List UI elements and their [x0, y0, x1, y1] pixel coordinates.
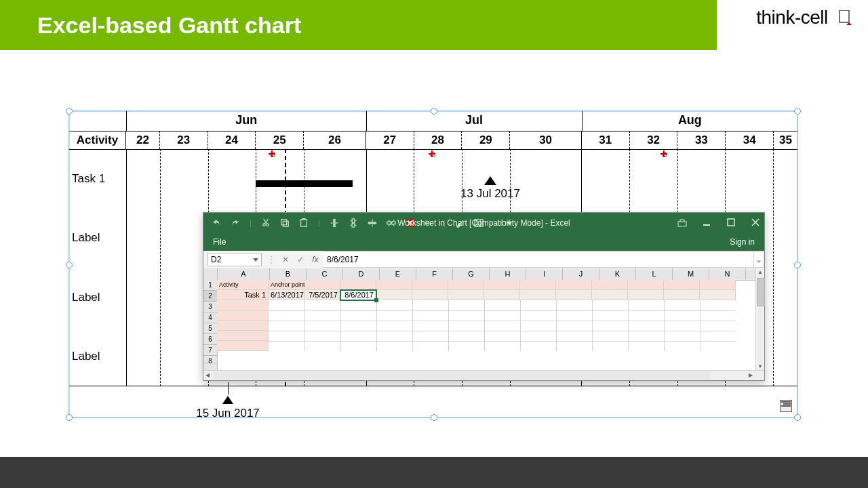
cell-D2[interactable]: 8/6/2017 [340, 290, 376, 300]
ribbon-options-icon[interactable] [677, 218, 687, 228]
formula-input[interactable]: 8/6/2017 [323, 251, 754, 268]
scroll-thumb[interactable] [757, 278, 765, 306]
row-header[interactable]: 5 [203, 323, 217, 334]
delete-column-icon[interactable] [349, 218, 358, 228]
cell-I1[interactable] [520, 280, 556, 290]
signin-link[interactable]: Sign in [730, 237, 764, 247]
col-header[interactable]: F [416, 268, 453, 280]
excel-window[interactable]: | | % | Worksheet in Chart [Compatibilit… [203, 212, 765, 381]
cell-A1[interactable]: Activity [217, 280, 269, 290]
row-header[interactable]: 8 [203, 356, 217, 363]
excel-titlebar[interactable]: | | % | Worksheet in Chart [Compatibilit… [203, 213, 764, 233]
cell-M1[interactable] [664, 280, 700, 290]
cell-K1[interactable] [592, 280, 628, 290]
row-header[interactable]: 1 [203, 280, 217, 291]
milestone-marker-icon[interactable] [484, 176, 496, 185]
anchor-pin-icon[interactable] [660, 150, 667, 157]
copy-icon[interactable] [280, 218, 290, 228]
cell-E2[interactable] [376, 290, 412, 300]
scroll-right-icon[interactable]: ▶ [747, 371, 755, 380]
horizontal-scrollbar[interactable]: ◀ ▶ [203, 370, 764, 380]
col-header[interactable]: K [599, 268, 636, 280]
insert-column-icon[interactable] [330, 218, 339, 228]
cell-A6[interactable] [217, 331, 269, 341]
cell-C1[interactable] [304, 280, 340, 290]
cell-N1[interactable] [700, 280, 736, 290]
fx-icon[interactable]: fx [308, 255, 323, 264]
scroll-left-icon[interactable]: ◀ [203, 371, 212, 380]
cell-K2[interactable] [592, 290, 628, 300]
vertical-scrollbar[interactable]: ▲ ▼ [755, 268, 764, 371]
cell-J2[interactable] [556, 290, 592, 300]
maximize-icon[interactable] [726, 218, 736, 228]
cell-E1[interactable] [376, 280, 412, 290]
row-header[interactable]: 4 [203, 312, 217, 323]
col-header[interactable]: A [218, 268, 270, 280]
cell-A4[interactable] [217, 310, 269, 321]
anchor-pin-icon[interactable] [269, 150, 275, 157]
empty-cells-region[interactable] [269, 300, 736, 351]
select-all-corner[interactable] [203, 268, 218, 280]
cut-icon[interactable] [261, 218, 271, 228]
row-header[interactable]: 6 [203, 334, 217, 345]
undo-icon[interactable] [212, 218, 221, 228]
cell-A5[interactable] [217, 321, 269, 331]
col-header[interactable]: E [380, 268, 416, 280]
col-header[interactable]: M [673, 268, 709, 280]
col-header[interactable]: G [453, 268, 490, 280]
cells-area[interactable]: Activity Anchor points below chart ← Tas… [217, 280, 756, 371]
row-label[interactable]: Label [69, 327, 126, 387]
gantt-bar-task[interactable] [256, 180, 353, 187]
insert-row-icon[interactable] [368, 218, 377, 228]
cell-B2[interactable]: 6/13/2017 [269, 290, 304, 300]
cell-H2[interactable] [484, 290, 520, 300]
cell-F2[interactable] [412, 290, 448, 300]
file-menu[interactable]: File [213, 237, 226, 247]
row-header[interactable]: 3 [203, 302, 217, 312]
cell-A7[interactable] [217, 341, 269, 351]
cell-I2[interactable] [520, 290, 556, 300]
delete-row-icon[interactable] [387, 218, 396, 228]
col-header[interactable]: B [270, 268, 307, 280]
cell-B1[interactable]: Anchor points below chart ← [269, 280, 304, 290]
timeline-marker-icon[interactable] [222, 396, 233, 404]
cell-A2[interactable]: Task 1 [217, 290, 269, 300]
separator-grip-icon[interactable]: ⋮ [264, 255, 278, 264]
cell-N2[interactable] [700, 290, 736, 300]
anchor-pin-icon[interactable] [429, 150, 435, 157]
cell-G2[interactable] [448, 290, 484, 300]
excel-grid[interactable]: A B C D E F G H I J K L M N 1 2 3 4 5 6 … [203, 268, 764, 371]
scroll-track[interactable] [213, 371, 710, 380]
cell-C2[interactable]: 7/5/2017 [304, 290, 340, 300]
chevron-down-icon[interactable] [253, 258, 258, 262]
name-box[interactable]: D2 [208, 253, 262, 266]
cell-L1[interactable] [628, 280, 664, 290]
row-label[interactable]: Label [69, 268, 126, 327]
col-header[interactable]: N [709, 268, 746, 280]
col-header[interactable]: L [636, 268, 673, 280]
cell-H1[interactable] [484, 280, 520, 290]
scroll-up-icon[interactable]: ▲ [756, 268, 764, 277]
expand-formula-bar-icon[interactable]: ⌄ [754, 251, 764, 268]
col-header[interactable]: H [490, 268, 526, 280]
cell-G1[interactable] [448, 280, 484, 290]
cell-A3[interactable] [217, 300, 269, 310]
close-icon[interactable] [751, 218, 760, 228]
col-header[interactable]: C [307, 268, 343, 280]
cell-L2[interactable] [628, 290, 664, 300]
cell-F1[interactable] [412, 280, 448, 290]
accept-formula-icon[interactable]: ✓ [293, 255, 308, 264]
col-header[interactable]: J [563, 268, 599, 280]
row-label[interactable]: Task 1 [69, 149, 126, 209]
gantt-options-icon[interactable] [780, 400, 792, 412]
redo-icon[interactable] [231, 218, 240, 228]
col-header[interactable]: D [343, 268, 380, 280]
paste-icon[interactable] [299, 218, 309, 228]
row-label[interactable]: Label [69, 209, 126, 268]
cell-J1[interactable] [556, 280, 592, 290]
fill-handle-icon[interactable] [374, 298, 378, 302]
cancel-formula-icon[interactable]: ✕ [278, 255, 293, 264]
minimize-icon[interactable] [702, 218, 711, 228]
cell-D1[interactable] [340, 280, 376, 290]
row-header[interactable]: 7 [203, 345, 217, 356]
